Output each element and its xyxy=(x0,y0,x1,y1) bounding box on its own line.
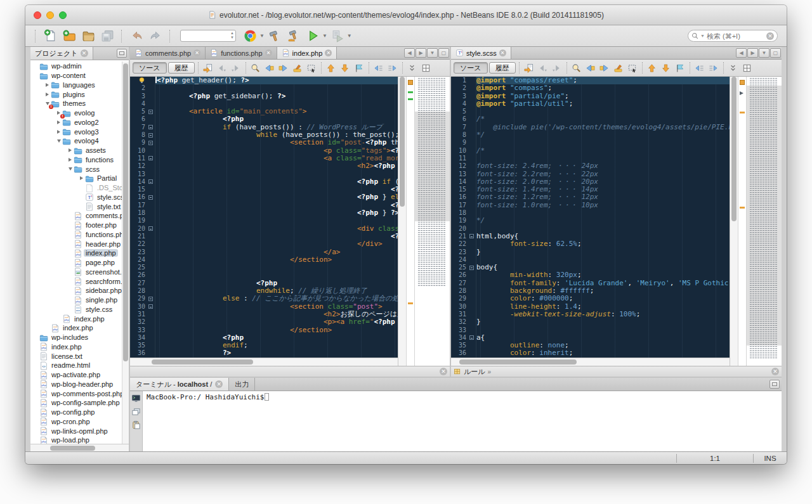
source-view-button[interactable]: ソース xyxy=(454,62,488,74)
tree-item[interactable]: functions xyxy=(30,155,129,165)
tree-item[interactable]: evolog2 xyxy=(30,118,129,127)
tree-item[interactable]: php index.php xyxy=(30,249,129,258)
tree-item[interactable]: php functions.php xyxy=(30,230,129,240)
fold-column[interactable] xyxy=(147,124,155,131)
tree-expand-toggle[interactable] xyxy=(78,176,85,180)
minimap[interactable] xyxy=(746,77,782,366)
find-next-button[interactable] xyxy=(277,61,290,74)
tab-list-dropdown-button[interactable]: ▼ xyxy=(759,48,769,58)
tree-item[interactable]: php page.php xyxy=(30,258,129,268)
fold-column[interactable] xyxy=(468,233,476,240)
history-view-button[interactable]: 履歴 xyxy=(168,62,195,74)
split-grid-button[interactable] xyxy=(420,61,433,74)
terminal-output[interactable]: MacBook-Pro:/ HashidaYuichi$ xyxy=(143,391,782,451)
tree-item[interactable]: <> readme.html xyxy=(30,361,129,370)
tab-projects[interactable]: プロジェクト ✕ xyxy=(30,47,93,60)
editor-vertical-scrollbar[interactable] xyxy=(398,77,406,366)
close-tab-icon[interactable]: ✕ xyxy=(325,49,332,56)
fold-column[interactable] xyxy=(147,131,155,139)
highlight-button[interactable] xyxy=(612,61,625,74)
scroll-tabs-right-button[interactable]: ▶ xyxy=(747,48,758,58)
prev-bookmark-button[interactable] xyxy=(325,61,337,74)
close-tab-icon[interactable]: ✕ xyxy=(265,49,272,56)
tree-item[interactable]: php header.php xyxy=(30,239,129,249)
tree-item[interactable]: php single.php xyxy=(30,295,129,305)
tree-item[interactable]: wp-admin xyxy=(30,61,129,71)
close-tab-icon[interactable]: ✕ xyxy=(215,380,223,388)
fold-column[interactable] xyxy=(468,264,476,271)
tree-item[interactable]: php wp-load.php xyxy=(30,436,129,444)
close-projects-tab-icon[interactable]: ✕ xyxy=(81,49,88,57)
shift-right-button[interactable] xyxy=(386,61,399,74)
error-stripe-mark[interactable] xyxy=(408,80,413,85)
error-stripe-mark[interactable] xyxy=(408,98,413,100)
tree-expand-toggle[interactable] xyxy=(55,139,62,143)
zoom-window-button[interactable] xyxy=(59,11,67,19)
history-view-button[interactable]: 履歴 xyxy=(489,62,516,74)
breadcrumb-label[interactable]: ルール xyxy=(464,367,485,377)
chrome-browser-button[interactable] xyxy=(242,27,259,44)
tree-expand-toggle[interactable] xyxy=(44,83,51,87)
tree-item[interactable]: wp-includes xyxy=(30,333,129,342)
tree-item[interactable]: plugins xyxy=(30,89,129,99)
tree-item[interactable]: php sidebar.php xyxy=(30,286,129,295)
scroll-tabs-right-button[interactable]: ▶ xyxy=(416,48,426,58)
open-project-button[interactable] xyxy=(80,27,97,44)
tree-expand-toggle[interactable] xyxy=(67,167,74,171)
tree-expand-toggle[interactable] xyxy=(55,120,62,124)
build-project-button[interactable] xyxy=(266,27,284,44)
back-button[interactable] xyxy=(216,61,228,74)
shift-right-button[interactable] xyxy=(707,61,720,74)
rect-select-button[interactable] xyxy=(626,61,639,74)
scroll-tabs-left-button[interactable]: ◀ xyxy=(404,48,415,58)
clean-build-button[interactable] xyxy=(285,27,303,44)
terminal-screen-button[interactable] xyxy=(131,393,141,404)
tree-item[interactable]: style.txt xyxy=(30,202,129,211)
maximize-editor-button[interactable]: ▢ xyxy=(438,48,449,58)
tree-item[interactable]: php wp-activate.php xyxy=(30,370,129,380)
tree-item[interactable]: languages xyxy=(30,81,129,90)
forward-button[interactable] xyxy=(551,61,563,74)
find-next-button[interactable] xyxy=(598,61,611,74)
tree-item[interactable]: ! themes xyxy=(30,99,129,108)
editor-horizontal-scrollbar[interactable] xyxy=(451,358,730,366)
close-tab-icon[interactable]: ✕ xyxy=(193,49,200,56)
dropdown-arrow-icon[interactable]: ▼ xyxy=(322,33,327,39)
tree-item[interactable]: license.txt xyxy=(30,351,129,361)
tree-item[interactable]: php footer.php xyxy=(30,221,129,230)
error-stripe-mark[interactable] xyxy=(740,80,745,85)
tab-list-dropdown-button[interactable]: ▼ xyxy=(427,48,438,58)
tree-item[interactable]: php wp-comments-post.php xyxy=(30,389,129,398)
next-bookmark-button[interactable] xyxy=(339,61,351,74)
back-button[interactable] xyxy=(537,61,549,74)
chevrons-button[interactable] xyxy=(406,61,419,74)
undo-button[interactable] xyxy=(128,27,145,44)
float-window-button[interactable] xyxy=(117,49,127,58)
search-input[interactable] xyxy=(707,32,764,40)
debug-project-button[interactable] xyxy=(329,27,346,44)
fold-column[interactable] xyxy=(147,139,155,146)
tree-item[interactable]: .DS_Store xyxy=(30,183,129,193)
quick-search-box[interactable]: ▼ ✕ xyxy=(688,30,778,42)
tree-item[interactable]: Partial xyxy=(30,174,129,183)
restore-window-button[interactable] xyxy=(769,380,780,389)
tree-item[interactable]: php wp-cron.php xyxy=(30,417,129,427)
code-editor[interactable]: <?php get_header(); ?> 2 3 <?php get_sid… xyxy=(130,77,398,358)
tree-item[interactable]: php wp-config-sample.php xyxy=(30,398,129,408)
find-prev-button[interactable] xyxy=(263,61,276,74)
split-grid-button[interactable] xyxy=(741,61,754,74)
editor-tab-style.scss[interactable]: Tstyle.scss ✕ xyxy=(451,47,511,59)
fold-column[interactable] xyxy=(147,108,155,115)
code-editor[interactable]: 1 @import "compass/reset"; 2 @import "co… xyxy=(451,77,730,358)
last-edit-button[interactable] xyxy=(523,61,535,74)
toggle-bookmark-button[interactable] xyxy=(674,61,686,74)
editor-vertical-scrollbar[interactable] xyxy=(730,77,738,366)
highlight-button[interactable] xyxy=(291,61,304,74)
paste-button[interactable] xyxy=(131,420,141,430)
next-bookmark-button[interactable] xyxy=(660,61,672,74)
fold-column[interactable] xyxy=(147,155,155,162)
redo-button[interactable] xyxy=(147,27,164,44)
source-view-button[interactable]: ソース xyxy=(133,62,167,74)
fold-column[interactable] xyxy=(147,178,155,186)
find-button[interactable] xyxy=(570,61,583,74)
